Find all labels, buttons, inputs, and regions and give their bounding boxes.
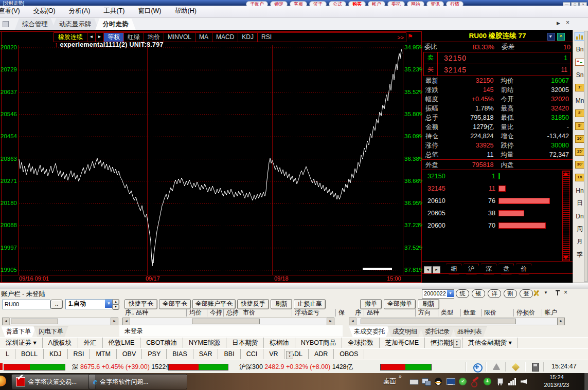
tab-order-history[interactable]: 委托记录 — [420, 326, 455, 338]
alert-bell-icon[interactable] — [493, 363, 500, 370]
tray-display-icon[interactable] — [447, 377, 455, 386]
scroll-down-icon[interactable] — [563, 256, 568, 259]
start-orb[interactable] — [0, 376, 6, 386]
account-combo[interactable]: 2000022 ▼ — [422, 289, 454, 299]
next-symbol-icon[interactable]: ► — [95, 33, 103, 42]
bank-mini-button[interactable]: 银 — [472, 289, 485, 298]
pos-col-market[interactable]: 市价 — [240, 309, 265, 317]
tab-dynamic-board[interactable]: 动态显示牌 — [51, 18, 99, 31]
market-overflow-icon[interactable]: ▾▾ — [453, 340, 460, 348]
login-mini-button[interactable]: 登 — [520, 289, 533, 298]
mid-scroll-right-icon[interactable]: ► — [327, 318, 334, 325]
tab-pan[interactable]: 盘 — [498, 264, 514, 274]
network-globe-icon[interactable] — [473, 363, 483, 373]
hs300-index[interactable]: 沪深300 2482.9 +0.32% (+8.00) 1428亿 — [239, 363, 353, 372]
menu-trade[interactable]: 交易(O) — [27, 6, 62, 16]
indicator-tab-VR[interactable]: VR — [263, 349, 284, 359]
prev-symbol-icon[interactable]: ◄ — [87, 33, 95, 42]
lock-button[interactable]: 锁定 — [270, 1, 288, 6]
tab-pending-orders[interactable]: 未成交委托 — [349, 326, 390, 338]
price-plot[interactable] — [19, 45, 403, 275]
tab-close-icon[interactable]: × — [566, 19, 569, 26]
website-button[interactable]: 网站 — [407, 1, 424, 6]
tab-shanghai[interactable]: 沪 — [464, 264, 479, 274]
market-tab-10[interactable]: 芝加哥CME — [380, 338, 425, 348]
indicator-tab-BIAS[interactable]: BIAS — [167, 349, 193, 359]
mode-rsi[interactable]: RSI — [257, 33, 275, 42]
tray-shield-icon[interactable]: ✓ — [459, 377, 468, 386]
chart-more-icon[interactable]: >> — [397, 34, 406, 41]
bid-row[interactable]: 买 32145 11 — [424, 64, 571, 76]
market-tab-12[interactable]: 其他金融期货 ▾ — [462, 338, 518, 348]
entrust-button[interactable]: 委托 — [387, 1, 405, 6]
menu-window[interactable]: 窗口(W) — [131, 6, 168, 16]
mode-select[interactable]: 1.自动 ▼ — [65, 299, 113, 309]
indicator-tab-L[interactable]: L — [0, 349, 15, 359]
tab-scroll-right-icon[interactable]: ▶ — [557, 21, 560, 26]
menu-view[interactable]: 查看(V) — [0, 6, 27, 16]
tab-intraday[interactable]: 分时走势 — [95, 18, 136, 31]
panel-close-icon[interactable]: × — [564, 289, 567, 296]
indicator-tab-RSI[interactable]: RSI — [68, 349, 91, 359]
tray-computer-icon[interactable] — [422, 377, 431, 386]
quick-reverse-button[interactable]: 快捷反手 — [237, 299, 269, 309]
mid-scroll-left-icon[interactable]: ◄ — [122, 318, 130, 325]
indicator-overflow-icon[interactable]: ▾▾ — [286, 351, 293, 359]
align-top-icon[interactable]: ^ — [557, 33, 565, 41]
close-button[interactable]: × — [579, 2, 587, 6]
left-scroll-right-icon[interactable]: ► — [111, 318, 118, 325]
market-tab-9[interactable]: 全球指数 — [342, 338, 380, 348]
menu-help[interactable]: 帮助(H) — [168, 6, 203, 16]
tools-icon[interactable] — [532, 289, 540, 296]
quick-close-button[interactable]: 快捷平仓 — [124, 299, 157, 309]
mode-avg-price[interactable]: 均价 — [144, 33, 164, 42]
order-book-row[interactable]: 2060070 — [427, 221, 546, 230]
tab-shenzhen[interactable]: 深 — [481, 264, 496, 274]
show-desktop-button[interactable] — [584, 373, 588, 390]
tray-brush-icon[interactable] — [471, 377, 480, 386]
order-book-row[interactable]: 321501 — [427, 172, 500, 180]
tab-normal-order[interactable]: 普通下单 — [1, 326, 36, 338]
task-ie-window[interactable]: e 金字塔软件问题... — [88, 374, 187, 389]
order-book-row[interactable]: 2061076 — [427, 197, 550, 205]
alert-flag-icon[interactable]: ⚑ — [407, 33, 413, 40]
mode-ma[interactable]: MA — [195, 33, 212, 42]
indicator-tab-ADR[interactable]: ADR — [309, 349, 334, 359]
left-hscrollbar[interactable] — [9, 318, 111, 325]
toolbar-scroll-track[interactable] — [584, 31, 588, 282]
ord-col-direction[interactable]: 方向 — [415, 309, 438, 317]
market-tab-5[interactable]: NYME能源 — [183, 338, 226, 348]
tab-symbol-list[interactable]: 品种列表 — [452, 326, 487, 338]
indicator-tab-PSY[interactable]: PSY — [142, 349, 167, 359]
scroll-position-bar[interactable] — [363, 268, 392, 270]
pos-col-symbol[interactable]: 品种 — [133, 309, 186, 317]
mode-select-dropdown-icon[interactable]: ▼ — [105, 300, 113, 308]
refresh-orders-button[interactable]: 刷新 — [418, 299, 439, 309]
tab-flash-order[interactable]: 闪电下单 — [33, 326, 68, 338]
desktop-toolbar-label[interactable]: 桌面 — [383, 377, 396, 386]
ord-col-qty[interactable]: 数量 — [460, 309, 481, 317]
mid-hscrollbar[interactable] — [130, 318, 327, 325]
sz-index[interactable]: 深 8675.6 +0.45% (+39.00) 1522亿 — [72, 363, 172, 372]
stop-loss-button[interactable]: 止损止赢 — [294, 299, 326, 309]
market-tab-3[interactable]: 伦敦LME — [103, 338, 141, 348]
tray-keyboard-icon[interactable] — [409, 377, 418, 386]
menu-analysis[interactable]: 分析(A) — [62, 6, 97, 16]
ord-col-type[interactable]: 类型 — [438, 309, 460, 317]
account-button[interactable]: 帐户 — [368, 1, 385, 6]
indicator-tab-MTM[interactable]: MTM — [90, 349, 116, 359]
pos-col-total[interactable]: 总持 — [223, 309, 240, 317]
task-pyramid-app[interactable]: 金字塔决策交易... — [11, 374, 96, 389]
order-book-row[interactable]: 2060538 — [427, 209, 524, 217]
desktop-chevron-icon[interactable]: » — [399, 374, 402, 379]
formula-button[interactable]: 公式 — [329, 1, 346, 6]
right-scroll-right-icon[interactable]: ► — [557, 318, 565, 325]
right-scroll-left-icon[interactable]: ◄ — [349, 318, 357, 325]
refresh-positions-button[interactable]: 刷新 — [271, 299, 292, 309]
ord-col-seq[interactable]: 序 — [352, 309, 361, 317]
pin-icon[interactable] — [556, 290, 560, 296]
close-all-button[interactable]: 全部平仓 — [159, 299, 191, 309]
indicator-tab-BBI[interactable]: BBI — [218, 349, 240, 359]
tray-update-icon[interactable]: + — [484, 377, 492, 386]
indicator-tab-KDJ[interactable]: KDJ — [44, 349, 68, 359]
